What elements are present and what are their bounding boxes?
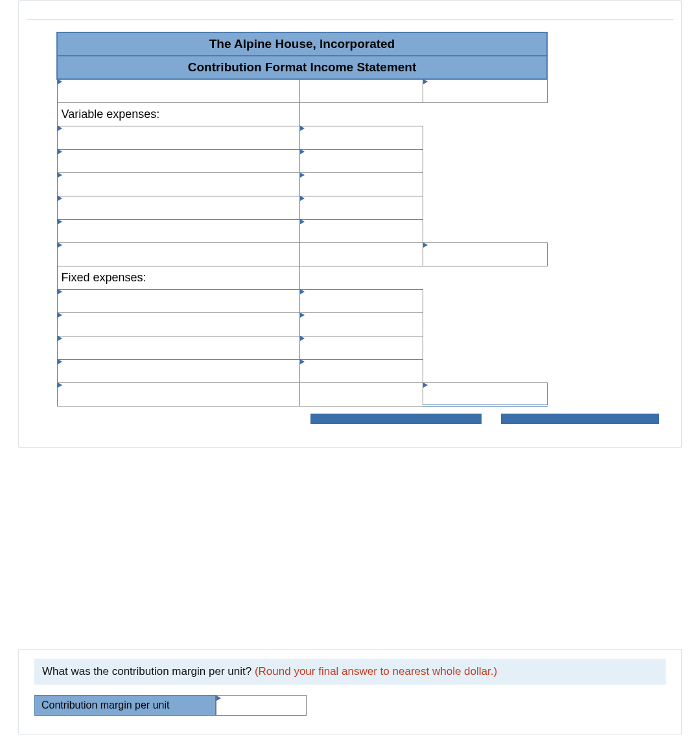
label-dropdown[interactable] [57,336,299,359]
statement-title-2: Contribution Format Income Statement [57,56,547,79]
table-row [57,289,547,312]
amount-cell-2 [423,149,547,172]
panel-divider [27,1,673,20]
amount-cell-2 [423,102,547,126]
nav-bar [19,414,659,424]
amount-cell-2 [423,219,547,242]
table-row [57,219,547,242]
amount-cell-2[interactable] [423,382,547,406]
income-statement-table: The Alpine House, Incorporated Contribut… [56,32,548,407]
label-dropdown[interactable] [57,359,299,382]
amount-cell-1[interactable] [299,289,423,312]
label-dropdown[interactable] [57,149,299,172]
question-text: What was the contribution margin per uni… [34,659,666,685]
label-dropdown[interactable] [57,172,299,196]
amount-cell-2 [423,359,547,382]
label-dropdown[interactable] [57,312,299,336]
amount-cell-1[interactable] [299,172,423,196]
amount-cell-2 [423,126,547,149]
amount-cell-1[interactable] [299,359,423,382]
amount-cell-2[interactable] [423,242,547,266]
amount-cell-1[interactable] [299,196,423,219]
table-row [57,149,547,172]
table-row [57,242,547,266]
table-row: Fixed expenses: [57,266,547,289]
label-dropdown[interactable] [57,289,299,312]
question-panel: What was the contribution margin per uni… [18,649,682,734]
table-row [57,172,547,196]
amount-cell-1[interactable] [299,126,423,149]
amount-cell-1[interactable] [299,336,423,359]
amount-cell-1 [299,79,423,102]
amount-cell-2 [423,336,547,359]
amount-cell-1 [299,266,423,289]
label-dropdown[interactable] [57,196,299,219]
amount-cell-2 [423,312,547,336]
answer-input[interactable] [216,695,307,716]
nav-button-prev[interactable] [310,414,482,424]
label-dropdown[interactable] [57,79,299,102]
table-row [57,196,547,219]
label-dropdown[interactable] [57,219,299,242]
table-row: Variable expenses: [57,102,547,126]
amount-cell-2[interactable] [423,79,547,102]
amount-cell-2 [423,172,547,196]
row-label: Fixed expenses: [57,266,299,289]
answer-row: Contribution margin per unit [34,695,666,716]
answer-label: Contribution margin per unit [34,695,216,716]
question-hint: (Round your final answer to nearest whol… [255,665,497,677]
table-row [57,382,547,406]
amount-cell-1[interactable] [299,312,423,336]
amount-cell-1 [299,242,423,266]
amount-cell-1[interactable] [299,149,423,172]
amount-cell-2 [423,266,547,289]
statement-panel: The Alpine House, Incorporated Contribut… [18,0,682,448]
label-dropdown[interactable] [57,126,299,149]
amount-cell-1[interactable] [299,219,423,242]
amount-cell-2 [423,289,547,312]
question-prompt: What was the contribution margin per uni… [42,665,251,677]
nav-button-next[interactable] [501,414,659,424]
label-dropdown[interactable] [57,242,299,266]
amount-cell-1 [299,102,423,126]
table-row [57,126,547,149]
table-row [57,336,547,359]
row-label: Variable expenses: [57,102,299,126]
amount-cell-2 [423,196,547,219]
table-row [57,312,547,336]
table-row [57,79,547,102]
label-dropdown[interactable] [57,382,299,406]
amount-cell-1 [299,382,423,406]
table-row [57,359,547,382]
statement-title-1: The Alpine House, Incorporated [57,32,547,56]
